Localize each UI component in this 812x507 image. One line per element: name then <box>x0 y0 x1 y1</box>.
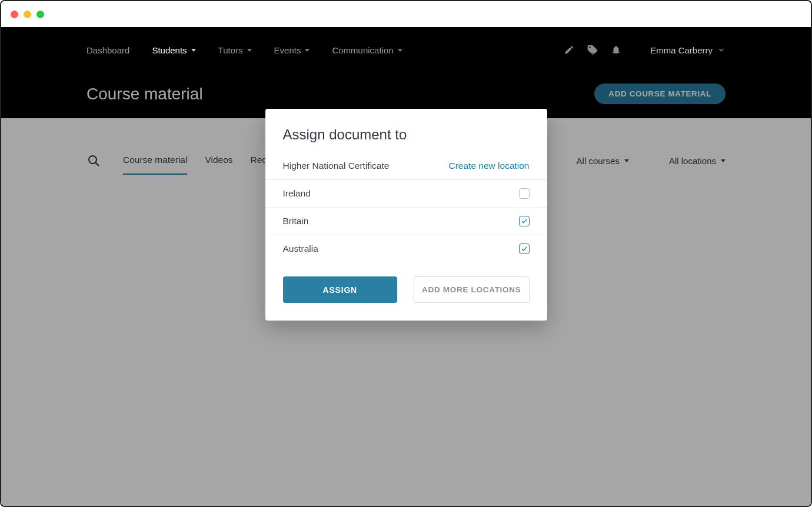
checkbox-unchecked-icon[interactable] <box>519 188 530 199</box>
modal-actions: ASSIGN ADD MORE LOCATIONS <box>283 276 530 303</box>
location-row-britain[interactable]: Britain <box>265 208 547 235</box>
location-name: Britain <box>283 216 309 226</box>
location-name: Australia <box>283 244 318 254</box>
add-more-locations-button[interactable]: ADD MORE LOCATIONS <box>414 276 530 303</box>
browser-window: Dashboard Students Tutors Events Communi… <box>0 0 812 507</box>
app-body: Dashboard Students Tutors Events Communi… <box>1 27 811 506</box>
assign-button[interactable]: ASSIGN <box>283 276 398 303</box>
location-list: Ireland Britain Australia <box>265 180 547 262</box>
assign-document-modal: Assign document to Higher National Certi… <box>265 109 547 321</box>
create-new-location-link[interactable]: Create new location <box>449 161 530 171</box>
chevron-down-icon <box>305 49 310 52</box>
chevron-down-icon <box>398 49 402 52</box>
window-maximize-icon[interactable] <box>36 11 44 18</box>
chevron-down-icon <box>247 49 252 52</box>
chevron-down-icon <box>191 49 196 52</box>
checkbox-checked-icon[interactable] <box>519 216 530 226</box>
modal-overlay[interactable]: Assign document to Higher National Certi… <box>1 53 811 506</box>
location-row-ireland[interactable]: Ireland <box>265 180 547 208</box>
checkbox-checked-icon[interactable] <box>519 244 530 254</box>
location-name: Ireland <box>283 188 311 199</box>
window-close-icon[interactable] <box>11 11 18 18</box>
modal-title: Assign document to <box>283 126 530 143</box>
modal-subtitle: Higher National Certificate <box>283 161 390 171</box>
window-titlebar <box>1 1 811 27</box>
modal-subheader: Higher National Certificate Create new l… <box>265 161 547 180</box>
window-minimize-icon[interactable] <box>24 11 31 18</box>
location-row-australia[interactable]: Australia <box>265 235 547 262</box>
